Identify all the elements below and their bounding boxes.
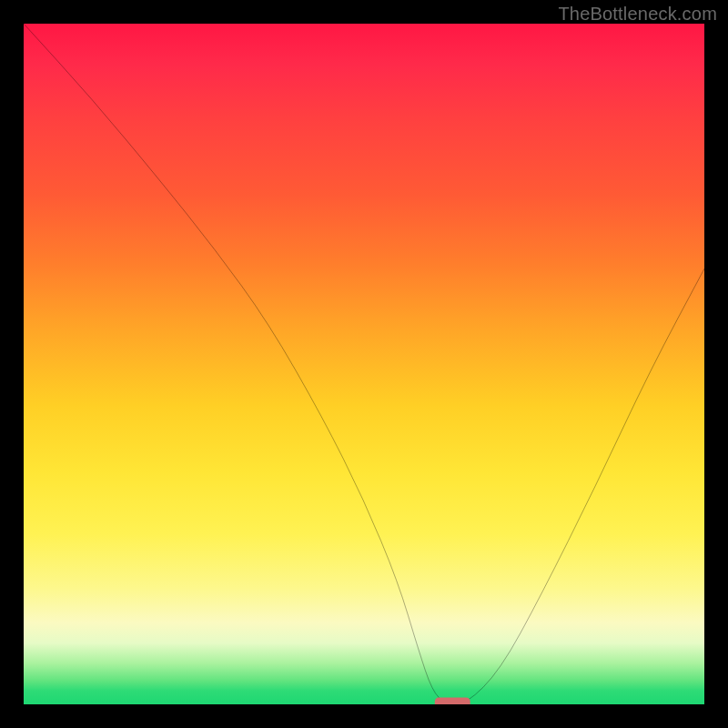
optimal-marker <box>435 698 470 704</box>
bottleneck-curve-path <box>24 24 704 704</box>
chart-frame: TheBottleneck.com <box>0 0 728 728</box>
watermark-text: TheBottleneck.com <box>558 4 717 25</box>
plot-area <box>24 24 704 704</box>
chart-svg <box>24 24 704 704</box>
